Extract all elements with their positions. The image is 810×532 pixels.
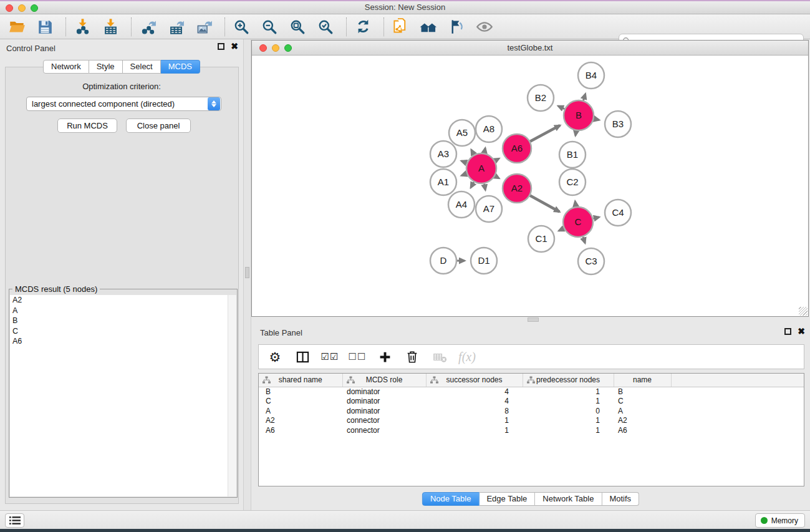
result-scrollbar[interactable] — [228, 295, 236, 496]
edge-A-A8[interactable] — [485, 148, 486, 153]
flag-icon[interactable] — [448, 18, 465, 36]
edge-A-A7[interactable] — [485, 184, 486, 190]
tab-motifs[interactable]: Motifs — [602, 492, 639, 506]
run-mcds-button[interactable]: Run MCDS — [57, 118, 117, 133]
node-A3[interactable]: A3 — [430, 141, 456, 167]
node-A6[interactable]: A6 — [503, 134, 531, 163]
network-graph[interactable]: AA1A2A3A4A5A6A7A8BB1B2B3B4CC1C2C3C4DD1 — [252, 56, 808, 316]
edge-A6-B[interactable] — [530, 125, 560, 142]
zoom-window-button[interactable] — [31, 4, 38, 12]
column-header-name[interactable]: name — [614, 374, 671, 387]
table-row[interactable]: Bdominator41B — [259, 387, 804, 397]
document-network-icon[interactable] — [392, 18, 409, 36]
node-C2[interactable]: C2 — [559, 169, 586, 195]
edge-C-C1[interactable] — [559, 228, 564, 231]
zoom-fit-icon[interactable] — [289, 18, 306, 36]
node-C3[interactable]: C3 — [578, 248, 604, 274]
edge-A-A4[interactable] — [471, 182, 474, 188]
tab-mcds[interactable]: MCDS — [161, 60, 200, 74]
eye-icon[interactable] — [476, 18, 493, 36]
edge-A-A1[interactable] — [461, 173, 466, 175]
table-row[interactable]: A2connector11A2 — [259, 416, 804, 426]
node-C1[interactable]: C1 — [528, 226, 554, 252]
tab-select[interactable]: Select — [123, 60, 161, 74]
save-session-icon[interactable] — [36, 18, 54, 36]
float-table-panel-icon[interactable] — [784, 328, 791, 335]
edge-A-A6[interactable] — [495, 158, 499, 161]
node-B4[interactable]: B4 — [578, 62, 604, 89]
mcds-result-item[interactable]: B — [10, 316, 236, 326]
import-table-icon[interactable] — [102, 18, 119, 36]
zoom-selected-icon[interactable] — [317, 18, 334, 36]
edge-A-A3[interactable] — [461, 161, 467, 163]
splitter-handle-h[interactable] — [528, 317, 539, 322]
show-panel-list-button[interactable] — [5, 513, 24, 528]
tab-node-table[interactable]: Node Table — [422, 492, 480, 506]
edge-C-C3[interactable] — [583, 237, 585, 243]
node-C[interactable]: C — [563, 207, 593, 237]
export-network-icon[interactable] — [139, 18, 157, 36]
close-table-panel-icon[interactable]: ✖ — [798, 328, 805, 335]
minimize-window-button[interactable] — [18, 4, 26, 12]
node-C4[interactable]: C4 — [605, 200, 631, 226]
close-panel-icon[interactable]: ✖ — [231, 43, 238, 50]
horizontal-splitter[interactable] — [251, 317, 810, 324]
network-minimize-button[interactable] — [272, 44, 279, 52]
node-A1[interactable]: A1 — [430, 169, 456, 195]
mcds-result-item[interactable]: A2 — [10, 295, 236, 306]
add-column-icon[interactable] — [376, 348, 393, 365]
tab-network-table[interactable]: Network Table — [535, 492, 602, 506]
table-row[interactable]: Adominator80A — [259, 406, 804, 416]
deselect-all-icon[interactable]: ☐☐ — [349, 348, 366, 365]
node-B[interactable]: B — [564, 100, 594, 130]
select-all-icon[interactable]: ☑☑ — [321, 348, 339, 365]
column-header-predecessor-nodes[interactable]: predecessor nodes — [523, 374, 614, 387]
float-panel-icon[interactable] — [218, 43, 224, 50]
node-A5[interactable]: A5 — [449, 120, 475, 146]
criterion-dropdown[interactable]: largest connected component (directed) — [26, 97, 221, 111]
close-window-button[interactable] — [6, 4, 13, 12]
open-session-icon[interactable] — [8, 18, 26, 36]
node-B3[interactable]: B3 — [605, 111, 631, 137]
resize-gripper[interactable] — [799, 307, 808, 316]
node-A8[interactable]: A8 — [476, 116, 502, 142]
edge-C-C4[interactable] — [593, 217, 599, 218]
edge-A-A5[interactable] — [471, 150, 474, 155]
column-header-shared-name[interactable]: shared name — [259, 374, 342, 387]
node-B2[interactable]: B2 — [528, 85, 554, 111]
split-columns-icon[interactable] — [294, 348, 311, 365]
mcds-result-item[interactable]: A — [10, 306, 236, 316]
network-zoom-button[interactable] — [284, 44, 292, 52]
edge-B-B3[interactable] — [594, 118, 599, 120]
refresh-icon[interactable] — [354, 18, 372, 36]
node-B1[interactable]: B1 — [559, 142, 586, 168]
vertical-splitter[interactable] — [243, 39, 251, 510]
import-network-icon[interactable] — [74, 18, 91, 36]
column-header-successor-nodes[interactable]: successor nodes — [426, 374, 523, 387]
export-image-icon[interactable] — [195, 18, 213, 36]
node-A4[interactable]: A4 — [448, 191, 475, 218]
node-D1[interactable]: D1 — [471, 248, 497, 274]
mcds-result-list[interactable]: A2ABCA6 — [10, 295, 236, 496]
network-window-titlebar[interactable]: testGlobe.txt — [252, 41, 808, 56]
mcds-result-item[interactable]: C — [10, 326, 236, 337]
edge-C-C2[interactable] — [575, 201, 576, 207]
table-row[interactable]: A6connector11A6 — [259, 425, 804, 435]
node-A2[interactable]: A2 — [503, 174, 531, 203]
node-A7[interactable]: A7 — [476, 196, 502, 222]
edge-A-A2[interactable] — [495, 176, 499, 178]
tab-edge-table[interactable]: Edge Table — [479, 492, 535, 506]
memory-button[interactable]: Memory — [755, 513, 805, 528]
tab-style[interactable]: Style — [89, 60, 123, 74]
edge-B-B4[interactable] — [583, 94, 585, 101]
mcds-result-item[interactable]: A6 — [10, 336, 236, 347]
houses-icon[interactable] — [420, 18, 437, 36]
zoom-out-icon[interactable] — [261, 18, 278, 36]
tab-network[interactable]: Network — [43, 60, 89, 74]
edge-B-B1[interactable] — [576, 131, 576, 136]
network-canvas[interactable]: AA1A2A3A4A5A6A7A8BB1B2B3B4CC1C2C3C4DD1 — [252, 56, 808, 316]
column-header-mcds-role[interactable]: MCDS role — [342, 374, 426, 387]
close-panel-button[interactable]: Close panel — [126, 118, 191, 133]
node-D[interactable]: D — [430, 248, 456, 274]
edge-B-B2[interactable] — [558, 106, 564, 109]
